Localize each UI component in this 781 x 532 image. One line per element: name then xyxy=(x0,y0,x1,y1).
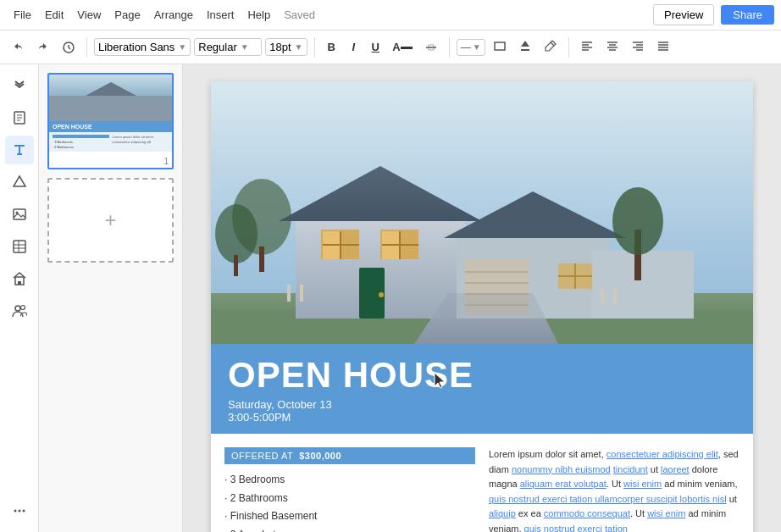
separator-2 xyxy=(314,37,315,58)
svg-point-41 xyxy=(22,510,25,513)
svg-point-38 xyxy=(20,306,25,310)
more-options-button[interactable] xyxy=(5,496,34,525)
open-house-banner: OPEN HOUSE Saturday, October 13 3:00-5:0… xyxy=(211,344,753,434)
feature-3: · Finished Basement xyxy=(224,507,475,526)
share-button[interactable]: Share xyxy=(721,5,774,25)
font-style-select[interactable]: Regular ▼ xyxy=(194,38,262,56)
link-quis2[interactable]: quis nostrud exerci tation xyxy=(524,524,628,532)
align-justify-button[interactable] xyxy=(652,36,674,58)
underline-button[interactable]: U xyxy=(366,38,385,56)
expand-panel-button[interactable] xyxy=(5,71,34,100)
svg-line-6 xyxy=(551,42,554,46)
text-panel-button[interactable] xyxy=(5,136,34,164)
align-right-button[interactable] xyxy=(627,36,649,58)
image-panel-button[interactable] xyxy=(5,200,34,229)
fill-icon xyxy=(518,39,532,53)
line-style-arrow: ▼ xyxy=(473,42,481,52)
page-1-number: 1 xyxy=(163,157,169,166)
menu-file[interactable]: File xyxy=(7,5,38,25)
svg-point-45 xyxy=(215,204,258,263)
menu-help[interactable]: Help xyxy=(241,5,277,25)
menu-arrange[interactable]: Arrange xyxy=(147,5,200,25)
align-right-icon xyxy=(631,39,645,53)
svg-rect-46 xyxy=(234,255,238,276)
shapes-panel-button[interactable] xyxy=(5,168,34,197)
strikethrough-icon xyxy=(424,41,438,54)
link-aliquip[interactable]: aliquip xyxy=(489,508,516,518)
people-panel-button[interactable] xyxy=(5,296,34,325)
link-consectetuer[interactable]: consectetuer adipiscing elit xyxy=(607,449,718,459)
fill-button[interactable] xyxy=(514,37,536,57)
svg-rect-5 xyxy=(521,49,529,51)
description-text: Lorem ipsum dolor sit amet, consectetuer… xyxy=(489,449,739,532)
feature-1: · 3 Bedrooms xyxy=(224,471,475,490)
features-list: · 3 Bedrooms · 2 Bathrooms · Finished Ba… xyxy=(224,471,475,532)
table-panel-button[interactable] xyxy=(5,232,34,261)
pen-button[interactable] xyxy=(540,37,562,57)
link-wisi1[interactable]: wisi enim xyxy=(623,479,662,489)
shape-rect-button[interactable] xyxy=(489,37,511,57)
house-image-area xyxy=(211,81,753,344)
menu-page[interactable]: Page xyxy=(108,5,147,25)
canvas-area[interactable]: OPEN HOUSE Saturday, October 13 3:00-5:0… xyxy=(183,64,781,532)
separator-1 xyxy=(86,37,87,58)
strikethrough-button[interactable] xyxy=(420,38,442,57)
offered-bar: OFFERED AT $300,000 xyxy=(224,447,475,464)
line-style-selector[interactable]: — ▼ xyxy=(457,39,485,56)
house-svg xyxy=(211,81,753,344)
svg-rect-79 xyxy=(613,289,617,304)
svg-rect-4 xyxy=(495,42,505,50)
history-button[interactable] xyxy=(58,38,80,57)
italic-button[interactable]: I xyxy=(344,38,363,56)
svg-rect-76 xyxy=(287,285,291,302)
text-color-bar xyxy=(401,47,413,49)
font-family-select[interactable]: Liberation Sans ▼ xyxy=(94,38,191,56)
svg-rect-29 xyxy=(14,209,25,219)
thumb-open-house-banner: OPEN HOUSE xyxy=(49,121,172,132)
page-canvas: OPEN HOUSE Saturday, October 13 3:00-5:0… xyxy=(211,81,753,532)
lower-left: OFFERED AT $300,000 · 3 Bedrooms · 2 Bat… xyxy=(224,447,475,532)
page-1-thumb[interactable]: OPEN HOUSE · 3 Bedrooms· 2 Bathrooms Lor… xyxy=(47,73,174,169)
align-left-button[interactable] xyxy=(576,36,598,58)
undo-icon xyxy=(11,41,25,54)
preview-button[interactable]: Preview xyxy=(653,4,714,25)
link-wisi2[interactable]: wisi enim xyxy=(647,508,685,518)
date-line2-text: 3:00-5:00PM xyxy=(228,411,291,424)
building-icon xyxy=(12,271,27,286)
link-tincidunt[interactable]: tincidunt xyxy=(613,464,648,474)
add-page-button[interactable]: + xyxy=(47,178,174,263)
text-color-label: A xyxy=(392,41,400,53)
align-justify-icon xyxy=(656,39,670,53)
page-icon xyxy=(12,110,27,125)
open-house-title: OPEN HOUSE xyxy=(228,357,736,393)
font-style-arrow: ▼ xyxy=(241,42,249,52)
link-quis[interactable]: quis nostrud exerci tation ullamcorper s… xyxy=(489,494,727,504)
font-size-arrow: ▼ xyxy=(295,42,303,52)
building-panel-button[interactable] xyxy=(5,264,34,293)
feature-4: · 2 Acre Lot xyxy=(224,526,475,532)
text-color-button[interactable]: A xyxy=(388,38,416,56)
menu-edit[interactable]: Edit xyxy=(38,5,70,25)
font-size-select[interactable]: 18pt ▼ xyxy=(265,38,307,56)
font-style-value: Regular xyxy=(198,41,237,53)
text-icon xyxy=(12,142,27,158)
link-aliquam[interactable]: aliquam erat volutpat xyxy=(520,479,607,489)
thumb-price-bar xyxy=(53,135,109,138)
svg-point-74 xyxy=(612,187,663,255)
saved-status: Saved xyxy=(284,8,315,21)
line-style-value: — xyxy=(461,42,471,53)
pages-panel-button[interactable] xyxy=(5,103,34,132)
link-nonummy[interactable]: nonummy nibh euismod xyxy=(512,464,611,474)
menu-bar: File Edit View Page Arrange Insert Help … xyxy=(0,0,781,30)
undo-button[interactable] xyxy=(7,38,29,57)
bold-button[interactable]: B xyxy=(322,38,341,56)
redo-button[interactable] xyxy=(32,38,54,57)
image-icon xyxy=(12,207,27,222)
price-value: $300,000 xyxy=(299,451,341,461)
link-commodo[interactable]: commodo consequat xyxy=(544,508,630,518)
thumb-title: OPEN HOUSE xyxy=(53,124,169,130)
menu-view[interactable]: View xyxy=(70,5,108,25)
menu-insert[interactable]: Insert xyxy=(200,5,241,25)
align-center-button[interactable] xyxy=(601,36,623,58)
link-laoreet[interactable]: laoreet xyxy=(661,464,690,474)
